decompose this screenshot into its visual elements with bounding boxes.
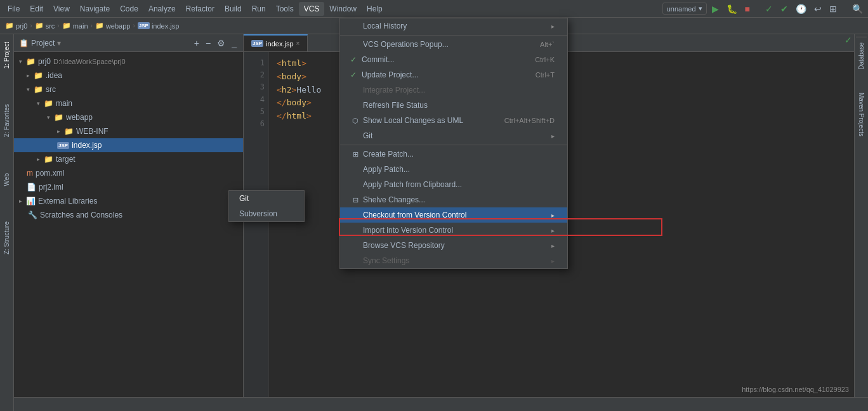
git-tick-button[interactable]: ✔ — [778, 3, 791, 15]
tree-item-indexjsp[interactable]: JSP index.jsp — [14, 138, 243, 152]
minimize-button[interactable]: _ — [230, 37, 238, 49]
history-button[interactable]: 🕐 — [793, 3, 809, 15]
tree-item-idea[interactable]: 📁 .idea — [14, 68, 243, 82]
sidebar-tab-project[interactable]: 1: Project — [1, 37, 12, 74]
maven-projects-tab[interactable]: Maven Projects — [856, 88, 867, 141]
submenu-arrow: ▸ — [551, 258, 555, 264]
vcs-menu-checkout[interactable]: Checkout from Version Control ▸ — [340, 207, 567, 223]
menu-view[interactable]: View — [48, 2, 75, 16]
tree-item-pomxml[interactable]: m pom.xml — [14, 166, 243, 180]
menu-tools[interactable]: Tools — [271, 2, 299, 16]
tree-item-scratches[interactable]: 🔧 Scratches and Consoles — [14, 208, 243, 222]
folder-icon: 📁 — [95, 22, 104, 30]
tree-item-prj2iml[interactable]: 📄 prj2.iml — [14, 180, 243, 194]
vcs-menu-apply-patch[interactable]: Apply Patch... — [340, 162, 567, 177]
breadcrumb-webapp[interactable]: 📁 webapp — [95, 22, 131, 30]
add-button[interactable]: + — [193, 37, 201, 49]
folder-icon: 📁 — [54, 113, 63, 122]
git-checkmark-button[interactable]: ✓ — [763, 3, 775, 15]
breadcrumb-sep-2: › — [57, 22, 59, 29]
breadcrumb-src[interactable]: 📁 src — [35, 22, 55, 30]
shelve-icon: ⊟ — [350, 196, 360, 204]
tree-triangle-prj0 — [19, 58, 22, 65]
vcs-menu-show-local-changes[interactable]: ⬡ Show Local Changes as UML Ctrl+Alt+Shi… — [340, 113, 567, 128]
search-button[interactable]: 🔍 — [850, 3, 865, 15]
uml-icon: ⬡ — [350, 117, 360, 125]
rollback-button[interactable]: ↩ — [812, 3, 824, 15]
checkout-submenu-git[interactable]: Git — [229, 191, 304, 206]
settings-button[interactable]: ⚙ — [216, 37, 227, 49]
tree-item-main[interactable]: 📁 main — [14, 96, 243, 110]
vcs-menu-import-vcs[interactable]: Import into Version Control ▸ — [340, 223, 567, 238]
breadcrumb-indexjsp[interactable]: JSP index.jsp — [138, 22, 180, 30]
jsp-icon: JSP — [138, 22, 150, 29]
sidebar-tab-favorites[interactable]: 2: Favorites — [1, 99, 12, 142]
menu-edit[interactable]: Edit — [25, 2, 48, 16]
xml-icon: m — [27, 169, 33, 178]
shortcut-alt-backtick: Alt+` — [540, 41, 555, 48]
project-panel-header: 📋 Project ▾ + − ⚙ _ — [14, 34, 243, 52]
minus-button[interactable]: − — [204, 37, 212, 49]
menu-file[interactable]: File — [3, 2, 25, 16]
tree-item-webapp[interactable]: 📁 webapp — [14, 110, 243, 124]
tree-item-target[interactable]: 📁 target — [14, 152, 243, 166]
menu-help[interactable]: Help — [362, 2, 388, 16]
breadcrumb-prj0[interactable]: 📁 prj0 — [5, 22, 27, 30]
tree-item-prj0[interactable]: 📁 prj0 D:\IdeaWorkSpace\prj0 — [14, 55, 243, 68]
menu-analyze[interactable]: Analyze — [143, 2, 181, 16]
project-panel: 📋 Project ▾ + − ⚙ _ 📁 prj0 D:\IdeaWorkSp… — [14, 34, 244, 411]
breadcrumb-main[interactable]: 📁 main — [62, 22, 88, 30]
vcs-menu-update-project[interactable]: ✓ Update Project... Ctrl+T — [340, 67, 567, 82]
vcs-menu-refresh-status[interactable]: Refresh File Status — [340, 98, 567, 113]
database-tab[interactable]: Database — [856, 37, 867, 75]
tab-jsp-icon: JSP — [251, 40, 263, 47]
menu-run[interactable]: Run — [247, 2, 271, 16]
folder-icon: 📁 — [26, 57, 36, 66]
patch-icon: ⊞ — [350, 150, 360, 159]
tree-item-src[interactable]: 📁 src — [14, 82, 243, 96]
submenu-arrow: ▸ — [551, 242, 555, 249]
checkout-submenu-subversion[interactable]: Subversion — [229, 206, 304, 221]
debug-button[interactable]: 🐛 — [724, 3, 740, 15]
folder-icon: 📁 — [35, 22, 44, 30]
line-numbers: 1 2 3 4 5 6 — [244, 52, 269, 411]
tree-item-external-libs[interactable]: 📊 External Libraries — [14, 194, 243, 208]
breadcrumb-sep-3: › — [91, 22, 93, 29]
watermark: https://blog.csdn.net/qq_41029923 — [742, 386, 849, 393]
shortcut-ctrl-alt-shift-d: Ctrl+Alt+Shift+D — [504, 117, 555, 124]
editor-tab-indexjsp[interactable]: JSP index.jsp × — [244, 34, 308, 51]
vcs-menu-browse-vcs[interactable]: Browse VCS Repository ▸ — [340, 238, 567, 253]
tree-triangle-webinf — [57, 128, 60, 134]
menu-window[interactable]: Window — [324, 2, 362, 16]
vcs-menu-git[interactable]: Git ▸ — [340, 128, 567, 143]
run-button[interactable]: ▶ — [709, 3, 721, 15]
menu-build[interactable]: Build — [220, 2, 247, 16]
vcs-button[interactable]: ⊞ — [827, 3, 839, 15]
menu-code[interactable]: Code — [115, 2, 143, 16]
vcs-menu-create-patch[interactable]: ⊞ Create Patch... — [340, 147, 567, 162]
project-icon: 📋 — [19, 39, 29, 48]
panel-actions: + − ⚙ _ — [193, 37, 238, 49]
project-panel-title: 📋 Project ▾ — [19, 39, 61, 48]
tree-item-webinf[interactable]: 📁 WEB-INF — [14, 124, 243, 138]
vcs-menu-commit[interactable]: ✓ Commit... Ctrl+K — [340, 52, 567, 67]
submenu-arrow-checkout: ▸ — [551, 212, 555, 219]
menu-navigate[interactable]: Navigate — [75, 2, 115, 16]
shortcut-ctrl-k: Ctrl+K — [535, 56, 555, 63]
menu-refactor[interactable]: Refactor — [181, 2, 220, 16]
stop-button[interactable]: ■ — [742, 3, 753, 15]
vcs-menu-apply-patch-clipboard[interactable]: Apply Patch from Clipboard... — [340, 177, 567, 192]
sidebar-tab-web[interactable]: Web — [1, 168, 12, 191]
vcs-menu-operations-popup[interactable]: VCS Operations Popup... Alt+` — [340, 37, 567, 52]
vcs-menu-local-history[interactable]: Local History ▸ — [340, 18, 567, 34]
submenu-arrow: ▸ — [551, 133, 555, 140]
run-config-selector[interactable]: unnamed ▾ — [662, 3, 707, 15]
sidebar-tab-structure[interactable]: Z: Structure — [1, 216, 12, 259]
menu-vcs[interactable]: VCS — [299, 2, 325, 16]
tree-triangle-target — [37, 156, 40, 162]
vcs-menu-shelve-changes[interactable]: ⊟ Shelve Changes... — [340, 192, 567, 207]
iml-icon: 📄 — [27, 183, 36, 192]
editor-status-check: ✓ — [845, 35, 852, 45]
tree-triangle-webapp — [47, 114, 50, 121]
tab-close-button[interactable]: × — [296, 40, 300, 47]
